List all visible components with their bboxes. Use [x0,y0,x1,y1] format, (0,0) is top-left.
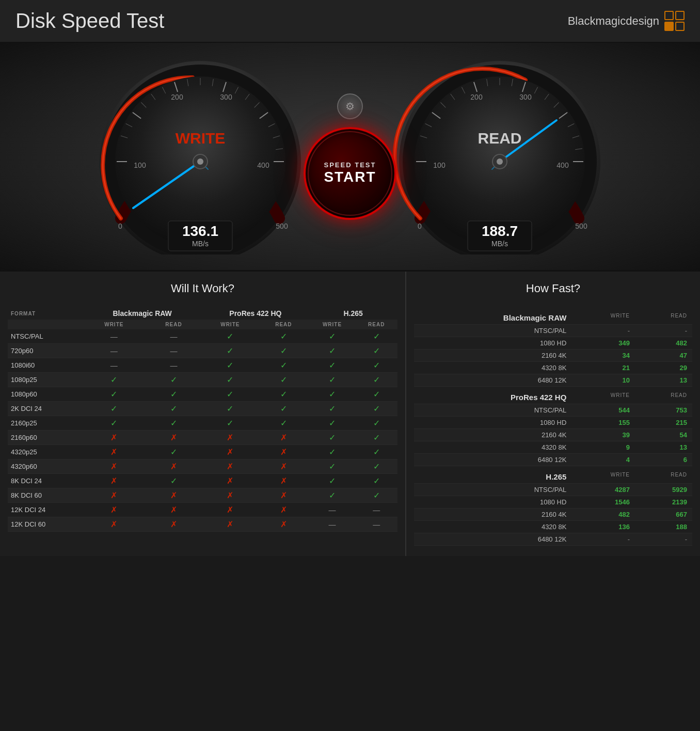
hf-data-row: 6480 12K-- [414,533,692,546]
wiw-cell: ✗ [83,474,146,488]
wiw-cell: ✗ [83,445,146,459]
how-fast-table: Blackmagic RAWWRITEREADNTSC/PAL--1080 HD… [414,307,692,546]
wiw-cell: ✗ [146,431,202,445]
svg-point-33 [197,158,203,165]
read-gauge-svg: 0 100 200 300 400 500 READ 188.7 MB/s [391,58,608,255]
sub-prores-read: READ [258,320,309,329]
svg-text:MB/s: MB/s [192,240,209,248]
wiw-cell: ✗ [83,431,146,445]
wiw-cell: ✓ [309,358,355,373]
wiw-table-row: 2K DCI 24✓✓✓✓✓✓ [8,402,397,416]
wiw-cell: ✓ [258,358,309,373]
hf-read-header: READ [635,307,692,325]
wiw-cell: ✓ [83,416,146,431]
wiw-cell: ✗ [258,503,309,517]
svg-text:500: 500 [575,222,587,230]
hf-row-read: 2139 [635,496,692,508]
hf-data-row: 2160 4K3954 [414,429,692,441]
wiw-cell: ✗ [83,488,146,503]
wiw-cell: ✓ [309,445,355,459]
hf-row-write: 9 [571,441,635,454]
wiw-table-row: 1080p60✓✓✓✓✓✓ [8,387,397,402]
wiw-cell: — [356,517,397,532]
sub-h265-write: WRITE [309,320,355,329]
wiw-cell: ✓ [258,373,309,387]
will-it-work-table: FORMAT Blackmagic RAW ProRes 422 HQ H.26… [8,307,397,532]
wiw-cell: ✓ [356,344,397,358]
wiw-cell: ✓ [356,329,397,344]
hf-row-read: 47 [635,349,692,362]
wiw-table-row: NTSC/PAL——✓✓✓✓ [8,329,397,344]
wiw-cell: ✓ [202,358,258,373]
wiw-cell: ✓ [202,344,258,358]
wiw-cell: ✗ [202,517,258,532]
wiw-cell: ✓ [146,402,202,416]
wiw-cell: — [146,358,202,373]
brand-logo-cell-2 [675,11,685,20]
wiw-cell: — [83,329,146,344]
wiw-format-label: 2160p60 [8,431,83,445]
wiw-cell: ✓ [356,445,397,459]
wiw-cell: — [309,503,355,517]
wiw-table-row: 1080i60——✓✓✓✓ [8,358,397,373]
wiw-cell: ✗ [202,459,258,474]
gauges-section: 0 100 200 300 400 500 WRITE 136.1 MB/s ⚙… [0,43,700,272]
settings-button[interactable]: ⚙ [337,93,363,119]
how-fast-panel: How Fast? Blackmagic RAWWRITEREADNTSC/PA… [406,272,700,556]
wiw-cell: ✓ [258,329,309,344]
svg-text:500: 500 [276,222,288,230]
app-header: Disk Speed Test Blackmagicdesign [0,0,700,43]
hf-row-label: 1080 HD [414,337,572,349]
brand-logo-cell-3 [664,22,674,31]
wiw-cell: ✓ [309,329,355,344]
hf-row-read: 215 [635,417,692,429]
wiw-cell: ✓ [202,416,258,431]
wiw-cell: ✓ [309,387,355,402]
app-title: Disk Speed Test [15,9,164,33]
wiw-format-label: 1080i60 [8,358,83,373]
hf-data-row: 4320 8K136188 [414,521,692,533]
hf-data-row: 1080 HD15462139 [414,496,692,508]
h265-header: H.265 [309,307,397,320]
wiw-table-row: 1080p25✓✓✓✓✓✓ [8,373,397,387]
prores-header: ProRes 422 HQ [202,307,309,320]
wiw-cell: — [309,517,355,532]
start-button[interactable]: SPEED TEST START [304,127,396,220]
hf-data-row: 6480 12K46 [414,454,692,466]
hf-data-row: NTSC/PAL42875929 [414,484,692,496]
wiw-cell: — [83,344,146,358]
wiw-cell: ✗ [146,517,202,532]
hf-row-label: 4320 8K [414,441,572,454]
wiw-table-row: 8K DCI 24✗✓✗✗✓✓ [8,474,397,488]
wiw-cell: ✓ [83,373,146,387]
sub-h265-read: READ [356,320,397,329]
wiw-format-label: 8K DCI 60 [8,488,83,503]
hf-row-read: 29 [635,362,692,374]
hf-row-write: - [571,533,635,546]
brand-logo-cell-1 [664,11,674,20]
brand-name: Blackmagicdesign [568,14,659,28]
wiw-cell: ✓ [309,344,355,358]
hf-data-row: 4320 8K913 [414,441,692,454]
hf-row-label: 6480 12K [414,374,572,387]
hf-data-row: 1080 HD155215 [414,417,692,429]
wiw-cell: — [356,503,397,517]
wiw-cell: ✗ [258,459,309,474]
hf-section-row: H.265WRITEREAD [414,466,692,484]
wiw-cell: ✓ [356,358,397,373]
hf-row-write: 349 [571,337,635,349]
wiw-cell: ✗ [146,488,202,503]
tables-section: Will It Work? FORMAT Blackmagic RAW ProR… [0,272,700,556]
wiw-cell: ✓ [202,402,258,416]
wiw-cell: ✓ [258,387,309,402]
write-gauge-svg: 0 100 200 300 400 500 WRITE 136.1 MB/s [92,58,309,255]
wiw-table-row: 12K DCI 60✗✗✗✗—— [8,517,397,532]
hf-row-label: 4320 8K [414,521,572,533]
wiw-cell: ✓ [83,387,146,402]
wiw-cell: ✗ [202,503,258,517]
hf-row-write: 544 [571,404,635,417]
svg-text:200: 200 [470,93,483,101]
hf-row-write: 1546 [571,496,635,508]
wiw-format-label: 12K DCI 24 [8,503,83,517]
wiw-cell: ✗ [202,431,258,445]
